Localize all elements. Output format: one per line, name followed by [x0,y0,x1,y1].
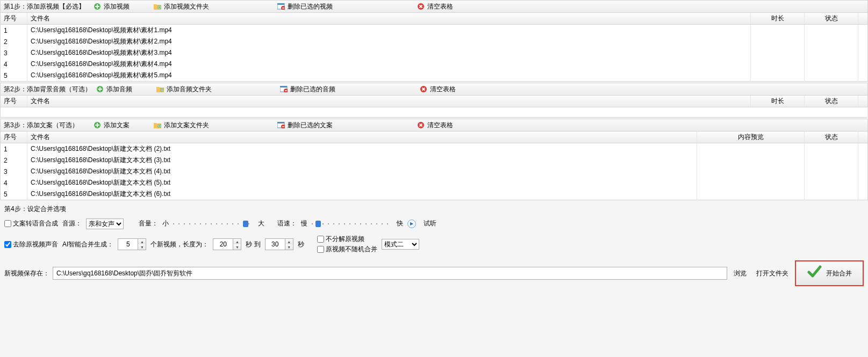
window-delete-icon [277,2,285,11]
step2-label: 第2步：添加背景音频（可选） [4,85,91,94]
no-split-text: 不分解原视频 [326,235,364,244]
bottom-bar: 新视频保存在： 浏览 打开文件夹 开始合并 [0,257,868,292]
col-extra [858,132,868,143]
up-arrow-icon[interactable]: ▲ [138,239,146,244]
down-arrow-icon[interactable]: ▼ [285,244,293,250]
window-delete-icon [277,121,285,129]
table-row[interactable]: 3C:\Users\gq168168\Desktop\新建文本文档 (4).tx… [1,166,868,177]
col-seq[interactable]: 序号 [1,96,27,107]
add-audio-folder-button[interactable]: 添加音频文件夹 [154,84,214,95]
table-row[interactable]: 5C:\Users\gq168168\Desktop\新建文本文档 (6).tx… [1,188,868,200]
delete-circle-icon [417,2,425,11]
play-icon[interactable]: ▶ [407,220,416,228]
browse-button[interactable]: 浏览 [730,267,750,280]
start-merge-label: 开始合并 [826,269,852,278]
save-label: 新视频保存在： [4,269,49,278]
add-video-label: 添加视频 [104,2,130,11]
col-dur[interactable]: 时长 [751,13,805,25]
len-to-spinner[interactable]: ▲▼ [265,238,293,250]
col-extra [858,13,868,25]
start-merge-button[interactable]: 开始合并 [795,260,864,286]
add-video-folder-button[interactable]: 添加视频文件夹 [151,1,211,12]
count-input[interactable] [118,239,138,250]
delete-text-button[interactable]: 删除已选的文案 [275,120,335,131]
clear-audio-table-button[interactable]: 清空表格 [417,84,458,95]
step1-label: 第1步：添加原视频【必选】 [4,2,89,11]
col-dur[interactable]: 时长 [751,96,805,107]
add-circle-icon [93,121,102,129]
len-mid: 秒 到 [246,240,260,249]
table-row[interactable]: 1C:\Users\gq168168\Desktop\新建文本文档 (2).tx… [1,143,868,155]
len-to-input[interactable] [266,239,285,250]
col-preview[interactable]: 内容预览 [697,132,805,143]
remove-audio-checkbox-label[interactable]: 去除原视频声音 [4,240,58,249]
remove-audio-text: 去除原视频声音 [13,240,58,249]
table-row[interactable]: 4C:\Users\gq168168\Desktop\视频素材\素材4.mp4 [1,59,868,70]
save-path-input[interactable] [53,267,727,280]
add-audio-folder-label: 添加音频文件夹 [167,85,212,94]
svg-rect-3 [277,3,284,5]
col-status[interactable]: 状态 [805,96,858,107]
voice-select[interactable]: 亲和女声 [86,218,124,229]
count-spinner[interactable]: ▲▼ [118,238,146,250]
step3-label: 第3步：添加文案（可选） [4,121,89,130]
clear-audio-label: 清空表格 [430,85,456,94]
step3-section: 第3步：添加文案（可选） 添加文案 添加文案文件夹 删除已选的文案 [0,119,868,200]
step4-section: 第4步：设定合并选项 文案转语音合成 音源： 亲和女声 音量： 小 大 语速： … [0,201,868,256]
delete-video-label: 删除已选的视频 [288,2,333,11]
add-text-button[interactable]: 添加文案 [91,120,132,131]
col-seq[interactable]: 序号 [1,132,27,143]
add-text-folder-button[interactable]: 添加文案文件夹 [151,120,211,131]
no-split-checkbox[interactable] [317,236,324,243]
clear-video-table-button[interactable]: 清空表格 [414,1,455,12]
volume-label: 音量： [139,219,158,228]
tts-checkbox[interactable] [4,220,11,227]
table-row[interactable]: 4C:\Users\gq168168\Desktop\新建文本文档 (5).tx… [1,177,868,188]
no-random-checkbox[interactable] [317,246,324,253]
col-file[interactable]: 文件名 [27,96,751,107]
clear-text-table-button[interactable]: 清空表格 [414,120,455,131]
mode-select[interactable]: 模式二 [382,239,419,250]
no-split-checkbox-label[interactable]: 不分解原视频 [317,235,377,244]
table-row[interactable]: 2C:\Users\gq168168\Desktop\视频素材\素材2.mp4 [1,36,868,47]
delete-audio-button[interactable]: 删除已选的音频 [277,84,338,95]
step2-section: 第2步：添加背景音频（可选） 添加音频 添加音频文件夹 删除已选的音频 [0,83,868,118]
remove-audio-checkbox[interactable] [4,241,11,248]
table-row[interactable]: 5C:\Users\gq168168\Desktop\视频素材\素材5.mp4 [1,70,868,82]
up-arrow-icon[interactable]: ▲ [233,239,241,244]
step4-row2: 去除原视频声音 AI智能合并生成： ▲▼ 个新视频，长度为： ▲▼ 秒 到 ▲▼… [0,232,868,256]
tts-checkbox-label[interactable]: 文案转语音合成 [4,219,58,228]
table-row[interactable]: 1C:\Users\gq168168\Desktop\视频素材\素材1.mp4 [1,25,868,37]
len-from-spinner[interactable]: ▲▼ [213,238,241,250]
speed-slider[interactable] [312,220,392,228]
col-file[interactable]: 文件名 [27,132,697,143]
delete-circle-icon [417,121,425,129]
col-seq[interactable]: 序号 [1,13,27,25]
volume-slider[interactable] [173,220,254,228]
ai-gen-label: AI智能合并生成： [62,240,113,249]
no-random-checkbox-label[interactable]: 原视频不随机合并 [317,245,377,254]
len-from-input[interactable] [213,239,233,250]
table-row[interactable]: 2C:\Users\gq168168\Desktop\新建文本文档 (3).tx… [1,155,868,166]
folder-add-icon [153,121,162,129]
add-audio-button[interactable]: 添加音频 [94,84,134,95]
down-arrow-icon[interactable]: ▼ [233,244,241,250]
up-arrow-icon[interactable]: ▲ [285,239,293,244]
col-status[interactable]: 状态 [805,13,858,25]
preview-button[interactable]: 试听 [420,217,440,230]
col-status[interactable]: 状态 [805,132,858,143]
count-suffix: 个新视频，长度为： [150,240,209,249]
open-folder-button[interactable]: 打开文件夹 [753,267,792,280]
delete-audio-label: 删除已选的音频 [290,85,335,94]
down-arrow-icon[interactable]: ▼ [138,244,146,250]
step1-toolbar: 第1步：添加原视频【必选】 添加视频 添加视频文件夹 删除已选的视频 [0,0,868,13]
col-file[interactable]: 文件名 [27,13,751,25]
no-random-text: 原视频不随机合并 [326,245,377,254]
text-table-header: 序号 文件名 内容预览 状态 [1,132,868,143]
text-table: 序号 文件名 内容预览 状态 1C:\Users\gq168168\Deskto… [0,132,868,200]
add-video-button[interactable]: 添加视频 [91,1,132,12]
table-row[interactable]: 3C:\Users\gq168168\Desktop\视频素材\素材3.mp4 [1,47,868,59]
delete-video-button[interactable]: 删除已选的视频 [275,1,335,12]
len-suffix: 秒 [298,240,304,249]
folder-add-icon [153,2,162,11]
